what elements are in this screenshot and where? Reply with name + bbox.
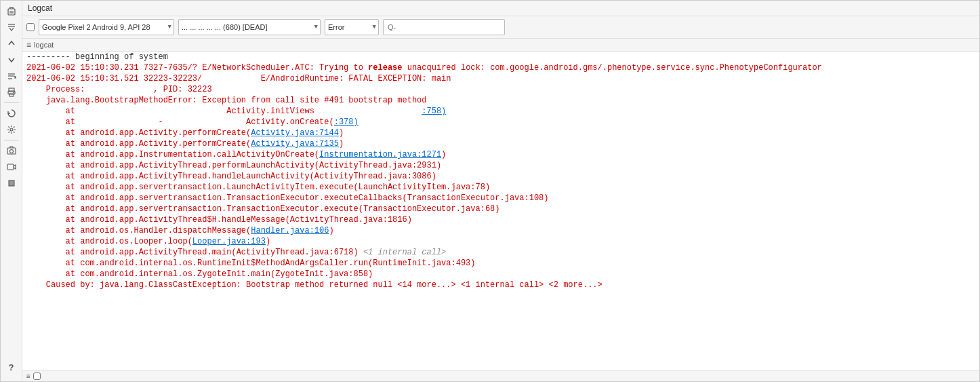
device-select-wrapper: Google Pixel 2 Android 9, API 28 ▼ [39,19,174,35]
log-text: 2021-06-02 15:10:31.521 32223-32223/ E/A… [26,73,451,84]
log-line: 2021-06-02 15:10:31.521 32223-32223/ E/A… [22,73,979,84]
log-text: at android.app.servertransaction.LaunchA… [26,182,490,193]
clear-button[interactable] [3,3,20,18]
log-header: ≡ logcat [22,39,979,52]
device-checkbox[interactable] [26,23,35,31]
process-select[interactable]: ... ... ... ... ... (680) [DEAD] [178,19,321,35]
log-line: at android.app.servertransaction.LaunchA… [22,182,979,193]
log-line: at android.app.Instrumentation.callActiv… [22,149,979,160]
toolbar-left: ? [1,1,22,381]
log-line: at com.android.internal.os.RuntimeInit$M… [22,258,979,269]
log-line: Process: , PID: 32223 [22,84,979,95]
log-line: at android.os.Looper.loop(Looper.java:19… [22,236,979,247]
log-text: at android.os.Looper.loop(Looper.java:19… [26,236,270,247]
scroll-end-button[interactable] [3,20,20,35]
window-title: Logcat [28,3,52,13]
soft-wrap-button[interactable] [3,69,20,83]
title-bar: Logcat [22,1,979,16]
log-line: at android.app.servertransaction.Transac… [22,193,979,204]
log-text: at android.app.ActivityThread.handleLaun… [26,171,436,182]
level-select[interactable]: Error [325,19,379,35]
process-select-wrapper: ... ... ... ... ... (680) [DEAD] ▼ [178,19,321,35]
svg-rect-21 [9,180,14,186]
scroll-up-button[interactable] [3,36,20,51]
status-icon: ≡ [26,373,30,380]
log-text: at - Activity.onCreate(:378) [26,117,359,128]
instrumentation-link[interactable]: Instrumentation.java:1271 [319,150,441,159]
log-line: at android.app.ActivityThread.handleLaun… [22,171,979,182]
log-text: at android.app.servertransaction.Transac… [26,193,549,204]
stop-button[interactable] [3,176,20,191]
log-text: at android.os.Handler.dispatchMessage(Ha… [26,225,334,236]
help-button[interactable]: ? [3,360,20,375]
log-line-caused-by: Caused by: java.lang.ClassCastException:… [22,280,979,290]
main-area: Logcat Google Pixel 2 Android 9, API 28 … [22,1,979,381]
log-text: --------- beginning of system [26,52,168,62]
print-button[interactable] [3,85,20,100]
log-text: at android.app.Activity.performCreate(Ac… [26,138,344,149]
status-checkbox[interactable] [33,373,41,380]
log-line: at - Activity.onCreate(:378) [22,117,979,128]
top-toolbar: Google Pixel 2 Android 9, API 28 ▼ ... .… [22,16,979,39]
log-text: at android.app.Instrumentation.callActiv… [26,149,446,160]
log-line: at android.app.ActivityThread.performLau… [22,160,979,171]
log-text: at com.android.internal.os.ZygoteInit.ma… [26,269,373,280]
separator-1 [4,102,19,103]
perform-create-link-1[interactable]: Activity.java:7144 [251,128,339,138]
log-line: at com.android.internal.os.ZygoteInit.ma… [22,269,979,280]
scroll-down-button[interactable] [3,52,20,67]
log-header-icon: ≡ [26,40,31,50]
svg-point-17 [10,128,13,131]
svg-point-16 [13,92,14,94]
log-text: at android.app.Activity.performCreate(Ac… [26,128,344,138]
log-text: at com.android.internal.os.RuntimeInit$M… [26,258,476,269]
svg-rect-20 [7,164,14,170]
svg-point-19 [9,150,13,153]
separator-2 [4,140,19,140]
settings-button[interactable] [3,122,20,137]
log-text: at android.app.ActivityThread$H.handleMe… [26,214,412,225]
perform-create-link-2[interactable]: Activity.java:7135 [251,139,339,149]
search-input[interactable] [383,19,505,35]
log-line: java.lang.BootstrapMethodError: Exceptio… [22,95,979,106]
init-views-link[interactable]: :758) [422,107,446,116]
log-content[interactable]: --------- beginning of system 2021-06-02… [22,52,979,370]
camera-button[interactable] [3,143,20,158]
log-line: at android.app.ActivityThread.main(Activ… [22,247,979,258]
log-text: at android.app.ActivityThread.performLau… [26,160,441,171]
log-line: at android.app.ActivityThread$H.handleMe… [22,214,979,225]
log-text: 2021-06-02 15:10:30.231 7327-7635/? E/Ne… [26,62,822,73]
log-line: 2021-06-02 15:10:30.231 7327-7635/? E/Ne… [22,62,979,73]
handler-link[interactable]: Handler.java:106 [251,226,329,235]
log-text-caused-by: Caused by: java.lang.ClassCastException:… [26,280,603,290]
internal-call-badge: <1 internal call> [363,248,446,257]
log-header-label: logcat [34,41,54,49]
looper-link[interactable]: Looper.java:193 [192,237,266,246]
log-text: at android.app.ActivityThread.main(Activ… [26,247,446,258]
restart-button[interactable] [3,106,20,121]
on-create-link[interactable]: :378) [334,117,359,127]
log-line: at android.os.Handler.dispatchMessage(Ha… [22,225,979,236]
level-select-wrapper: Error ▼ [325,19,379,35]
logcat-window: ? Logcat Google Pixel 2 Android 9, API 2… [0,0,980,382]
log-line: at Activity.initViews :758) [22,106,979,117]
log-line: at android.app.Activity.performCreate(Ac… [22,138,979,149]
log-line: --------- beginning of system [22,52,979,62]
log-text: at Activity.initViews :758) [26,106,446,117]
device-checkbox-wrapper [26,23,35,31]
log-text: at android.app.servertransaction.Transac… [26,204,500,214]
log-lines: --------- beginning of system 2021-06-02… [22,52,979,290]
log-text: Process: , PID: 32223 [26,84,212,95]
video-button[interactable] [3,159,20,174]
log-line: at android.app.servertransaction.Transac… [22,204,979,214]
device-select[interactable]: Google Pixel 2 Android 9, API 28 [39,19,174,35]
log-line: at android.app.Activity.performCreate(Ac… [22,128,979,138]
status-bar: ≡ [22,370,979,381]
log-text: java.lang.BootstrapMethodError: Exceptio… [26,95,427,106]
